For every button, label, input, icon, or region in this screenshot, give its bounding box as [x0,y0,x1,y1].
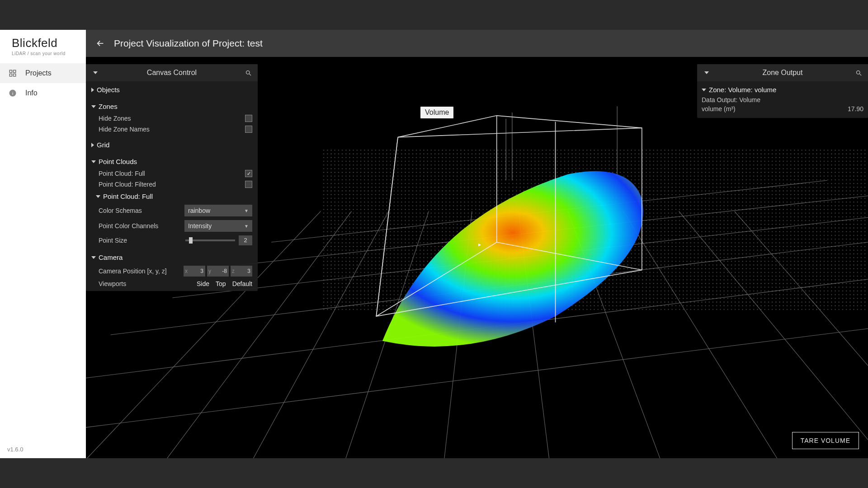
section-label: Point Cloud: Full [103,192,153,200]
select-color-channels[interactable]: Intensity ▼ [184,220,252,232]
svg-text:i: i [12,91,13,96]
panel-header: Canvas Control [86,64,258,81]
viewport-top-button[interactable]: Top [216,280,226,287]
section-point-clouds[interactable]: Point Clouds [89,155,255,168]
nav: Projects i Info [0,63,86,103]
zone-name: Zone: Volume: volume [709,86,776,94]
svg-line-33 [859,74,861,75]
row-label: Point Cloud: Filtered [99,181,241,188]
search-icon[interactable] [854,69,863,77]
nav-item-info[interactable]: i Info [0,83,86,103]
chevron-down-icon [91,256,96,259]
zone-label-volume: Volume [420,107,453,118]
svg-point-32 [856,70,860,74]
section-pointcloud-full-details[interactable]: Point Cloud: Full [89,190,255,203]
back-button[interactable] [93,36,108,51]
section-zones[interactable]: Zones [89,100,255,113]
zone-output-panel: Zone Output Zone: Volume: volume Data Ou… [697,64,868,118]
section-label: Zones [99,103,118,110]
viewport-side-button[interactable]: Side [197,280,209,287]
metric-value: 17.90 [848,105,863,113]
chevron-down-icon [702,89,706,91]
svg-rect-3 [14,74,16,76]
tare-volume-button[interactable]: TARE VOLUME [792,432,859,449]
topbar: Project Visualization of Project: test [86,30,868,57]
row-color-channels: Point Color Channels Intensity ▼ [89,218,255,234]
camera-x-field[interactable]: x3 [184,266,205,277]
version-label: v1.6.0 [0,441,86,458]
viewport-3d[interactable]: Volume ▸ TARE VOLUME Canvas Control [86,57,868,458]
viewport-default-button[interactable]: Default [232,280,252,287]
slider-value: 2 [239,235,252,245]
panel-title: Canvas Control [99,69,244,77]
section-objects[interactable]: Objects [89,83,255,96]
chevron-right-icon [91,88,94,92]
chevron-down-icon: ▼ [244,224,249,229]
checkbox-pointcloud-full[interactable] [245,170,252,177]
letterbox-bottom [0,458,868,488]
svg-rect-2 [9,74,12,76]
select-color-schemas[interactable]: rainbow ▼ [184,205,252,216]
chevron-down-icon [96,195,100,198]
row-label: Point Size [99,237,181,244]
letterbox-top [0,0,868,30]
row-label: Point Color Channels [99,222,180,230]
brand-tagline: LiDAR / scan your world [12,51,79,56]
zone-data-output: Data Output: Volume [702,95,863,104]
zone-header[interactable]: Zone: Volume: volume [702,84,863,95]
row-hide-zone-names: Hide Zone Names [89,124,255,135]
row-point-size: Point Size 2 [89,234,255,247]
chevron-right-icon [91,143,94,147]
row-label: Color Schemas [99,207,180,214]
panel-title: Zone Output [711,69,854,77]
brand-logo: Blickfeld LiDAR / scan your world [0,30,86,59]
slider-point-size[interactable] [185,239,235,241]
svg-line-31 [249,74,251,75]
brand-name: Blickfeld [12,36,79,50]
row-label: Camera Position [x, y, z] [99,267,179,275]
nav-item-label: Info [25,89,38,97]
panel-header: Zone Output [697,64,868,81]
svg-rect-1 [14,70,16,72]
camera-y-field[interactable]: y-8 [207,266,229,277]
row-label: Hide Zone Names [99,126,241,133]
checkbox-hide-zones[interactable] [245,115,252,122]
row-viewports: Viewports Side Top Default [89,278,255,289]
metric-label: volume (m³) [702,105,736,113]
search-icon[interactable] [244,69,252,77]
section-grid[interactable]: Grid [89,138,255,151]
page-title: Project Visualization of Project: test [114,38,263,49]
select-value: Intensity [188,222,212,230]
row-color-schemas: Color Schemas rainbow ▼ [89,203,255,218]
row-hide-zones: Hide Zones [89,113,255,124]
section-label: Grid [97,141,109,149]
row-pointcloud-full: Point Cloud: Full [89,168,255,179]
row-label: Hide Zones [99,115,241,122]
canvas-control-panel: Canvas Control Objects [86,64,258,291]
svg-rect-0 [9,70,12,72]
collapse-panel-icon[interactable] [91,69,99,77]
checkbox-pointcloud-filtered[interactable] [245,181,252,188]
row-label: Point Cloud: Full [99,170,241,177]
section-label: Point Clouds [99,158,137,165]
projects-icon [8,69,17,78]
checkbox-hide-zone-names[interactable] [245,126,252,133]
chevron-down-icon [91,160,96,163]
main: Project Visualization of Project: test [86,30,868,458]
row-camera-position: Camera Position [x, y, z] x3 y-8 z3 [89,264,255,278]
collapse-panel-icon[interactable] [703,69,711,77]
chevron-down-icon: ▼ [244,208,249,213]
nav-item-projects[interactable]: Projects [0,63,86,83]
svg-point-30 [246,70,250,74]
section-label: Camera [99,253,123,261]
sidebar: Blickfeld LiDAR / scan your world Projec… [0,30,86,458]
nav-item-label: Projects [25,69,52,77]
section-camera[interactable]: Camera [89,251,255,264]
camera-z-field[interactable]: z3 [231,266,252,277]
info-icon: i [8,89,17,98]
zone-metric-row: volume (m³) 17.90 [702,104,863,113]
row-pointcloud-filtered: Point Cloud: Filtered [89,179,255,190]
row-label: Viewports [99,280,192,287]
chevron-down-icon [91,105,96,108]
section-label: Objects [97,86,120,94]
